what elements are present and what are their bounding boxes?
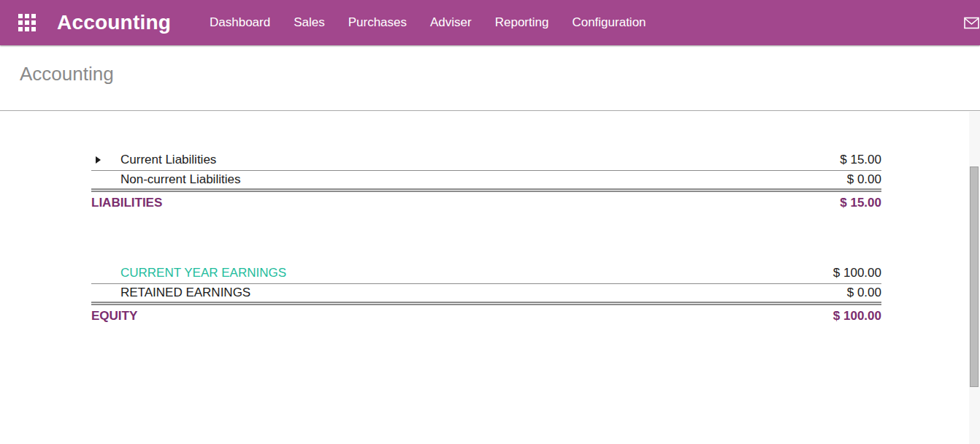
report-total-label: LIABILITIES — [91, 196, 162, 210]
nav-item-sales[interactable]: Sales — [282, 0, 337, 45]
report-total-label: EQUITY — [91, 309, 137, 324]
report-section-liabilities: Current Liabilities $ 15.00 Non-current … — [91, 150, 881, 214]
nav-item-dashboard[interactable]: Dashboard — [198, 0, 282, 45]
nav-item-purchases[interactable]: Purchases — [337, 0, 418, 45]
app-name[interactable]: Accounting — [57, 11, 171, 34]
envelope-icon — [964, 17, 979, 29]
nav-item-reporting[interactable]: Reporting — [483, 0, 561, 45]
report-total-value: $ 100.00 — [833, 309, 881, 324]
messages-menu-button[interactable] — [964, 17, 979, 29]
report-row-label[interactable]: Current Liabilities — [91, 153, 216, 167]
report-total-equity: EQUITY $ 100.00 — [91, 305, 881, 327]
report-row-value: $ 0.00 — [847, 172, 881, 187]
report-row-label[interactable]: RETAINED EARNINGS — [91, 286, 250, 300]
scrollbar-thumb[interactable] — [970, 166, 979, 387]
breadcrumb-title: Accounting — [20, 63, 114, 85]
caret-right-icon[interactable] — [96, 156, 101, 164]
nav-item-adviser[interactable]: Adviser — [418, 0, 483, 45]
report-row-value: $ 0.00 — [847, 286, 881, 300]
report-row-value: $ 100.00 — [833, 266, 881, 280]
report-content: Current Liabilities $ 15.00 Non-current … — [0, 111, 980, 443]
nav-item-configuration[interactable]: Configuration — [560, 0, 657, 45]
top-menu: Dashboard Sales Purchases Adviser Report… — [198, 0, 658, 45]
report-row-current-year-earnings: CURRENT YEAR EARNINGS $ 100.00 — [91, 263, 881, 284]
breadcrumb: Accounting — [0, 45, 980, 111]
report-row-current-liabilities: Current Liabilities $ 15.00 — [91, 150, 881, 171]
report-row-retained-earnings: RETAINED EARNINGS $ 0.00 — [91, 284, 881, 305]
report-row-label[interactable]: CURRENT YEAR EARNINGS — [91, 266, 286, 280]
report-row-label[interactable]: Non-current Liabilities — [91, 172, 240, 187]
report-row-value: $ 15.00 — [840, 153, 881, 167]
report-total-value: $ 15.00 — [840, 196, 881, 210]
financial-report-table: Current Liabilities $ 15.00 Non-current … — [91, 111, 881, 327]
top-navbar: Accounting Dashboard Sales Purchases Adv… — [0, 0, 980, 45]
report-section-equity: CURRENT YEAR EARNINGS $ 100.00 RETAINED … — [91, 263, 881, 327]
apps-grid-icon — [18, 14, 36, 31]
report-total-liabilities: LIABILITIES $ 15.00 — [91, 192, 881, 214]
report-row-noncurrent-liabilities: Non-current Liabilities $ 0.00 — [91, 171, 881, 192]
apps-menu-button[interactable] — [18, 14, 36, 31]
scrollbar-track[interactable] — [969, 112, 980, 444]
